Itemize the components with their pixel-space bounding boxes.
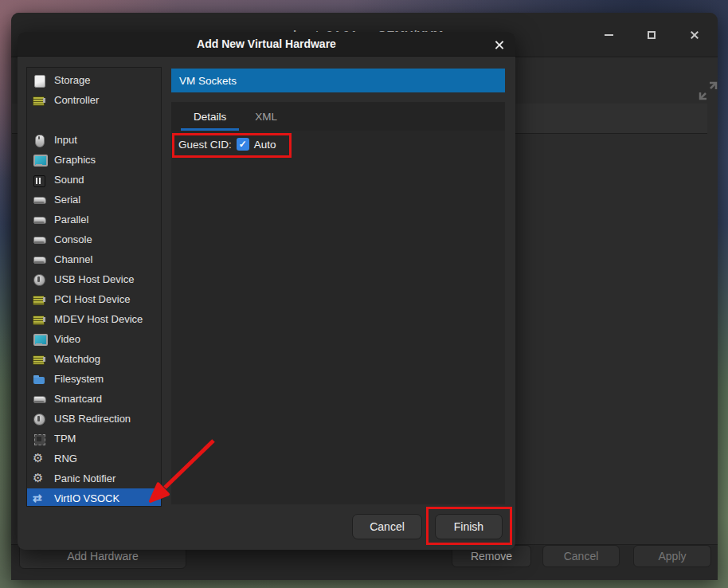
- hardware-type-list: StorageControllerInputGraphicsSoundSeria…: [26, 67, 162, 507]
- usb-icon: [33, 273, 45, 286]
- gear-icon: [33, 453, 45, 465]
- sidebar-item-rng[interactable]: RNG: [27, 449, 161, 468]
- sidebar-item-label: Storage: [54, 74, 91, 86]
- tab-details[interactable]: Details: [179, 102, 241, 131]
- chip-icon: [33, 433, 45, 445]
- sidebar-item-tpm[interactable]: TPM: [27, 429, 161, 449]
- gear-icon: [33, 472, 45, 485]
- sidebar-item-console[interactable]: Console: [27, 229, 161, 249]
- sidebar-item-sound[interactable]: Sound: [27, 170, 161, 190]
- sidebar-item-label: TPM: [54, 433, 76, 445]
- sidebar-item-label: Controller: [54, 94, 99, 106]
- sidebar-item-label: VirtIO VSOCK: [54, 492, 119, 504]
- dialog-title: Add New Virtual Hardware: [197, 37, 336, 50]
- port-icon: [33, 393, 45, 406]
- sidebar-item-label: Channel: [54, 253, 92, 265]
- disk-icon: [33, 74, 45, 87]
- auto-checkbox[interactable]: [237, 138, 249, 151]
- monitor-icon: [33, 154, 45, 167]
- panel-header-label: VM Sockets: [179, 75, 237, 87]
- sidebar-item-label: Console: [54, 233, 92, 245]
- tab-xml[interactable]: XML: [241, 102, 292, 131]
- dialog-titlebar[interactable]: Add New Virtual Hardware: [18, 32, 515, 57]
- usb-icon: [33, 413, 45, 425]
- card-icon: [33, 353, 45, 366]
- guest-cid-label: Guest CID:: [178, 139, 232, 151]
- sidebar-item-label: MDEV Host Device: [54, 313, 143, 325]
- card-icon: [33, 313, 45, 326]
- monitor-icon: [33, 333, 45, 346]
- sidebar-spacer-row: [27, 110, 161, 130]
- sidebar-item-label: Smartcard: [54, 393, 102, 405]
- sidebar-item-channel[interactable]: Channel: [27, 249, 161, 269]
- sidebar-item-storage[interactable]: Storage: [27, 70, 161, 90]
- sidebar-item-graphics[interactable]: Graphics: [27, 150, 161, 170]
- sidebar-item-label: Graphics: [54, 154, 96, 166]
- sidebar-item-panic-notifier[interactable]: Panic Notifier: [27, 468, 161, 488]
- panel-header: VM Sockets: [171, 69, 505, 92]
- cancel-button[interactable]: Cancel: [352, 514, 422, 539]
- window-controls: [601, 13, 702, 57]
- minimize-icon: [605, 34, 613, 36]
- sidebar-item-smartcard[interactable]: Smartcard: [27, 389, 161, 409]
- sidebar-item-label: Video: [54, 333, 80, 345]
- sidebar-item-mdev-host-device[interactable]: MDEV Host Device: [27, 309, 161, 329]
- sidebar-item-virtio-vsock[interactable]: VirtIO VSOCK: [27, 488, 161, 507]
- sidebar-item-usb-redirection[interactable]: USB Redirection: [27, 409, 161, 429]
- tab-bar: Details XML: [171, 102, 505, 131]
- card-icon: [33, 94, 45, 107]
- maximize-icon: [648, 31, 656, 39]
- sidebar-item-input[interactable]: Input: [27, 130, 161, 150]
- sidebar-item-label: Serial: [54, 194, 80, 206]
- close-button[interactable]: [687, 28, 702, 42]
- port-icon: [33, 253, 45, 266]
- sidebar-item-label: Input: [54, 134, 77, 146]
- maximize-button[interactable]: [644, 28, 659, 42]
- sidebar-item-controller[interactable]: Controller: [27, 90, 161, 110]
- card-icon: [33, 293, 45, 306]
- auto-checkbox-label: Auto: [254, 139, 276, 151]
- vm-cancel-button: Cancel: [542, 545, 620, 567]
- minimize-button[interactable]: [601, 28, 616, 42]
- sidebar-item-label: Parallel: [54, 214, 88, 225]
- sidebar-item-usb-host-device[interactable]: USB Host Device: [27, 269, 161, 289]
- sidebar-item-label: Watchdog: [54, 353, 100, 365]
- panel-content: Guest CID: Auto: [171, 131, 505, 504]
- sidebar-item-parallel[interactable]: Parallel: [27, 210, 161, 229]
- port-icon: [33, 194, 45, 206]
- close-icon: [690, 30, 699, 40]
- vm-apply-button: Apply: [633, 545, 711, 567]
- port-icon: [33, 233, 45, 246]
- finish-button[interactable]: Finish: [435, 514, 503, 539]
- sidebar-item-label: RNG: [54, 453, 77, 465]
- sidebar-item-video[interactable]: Video: [27, 329, 161, 349]
- sidebar-item-label: USB Redirection: [54, 413, 131, 425]
- sidebar-item-pci-host-device[interactable]: PCI Host Device: [27, 289, 161, 309]
- folder-icon: [33, 373, 45, 386]
- sidebar-item-label: Sound: [54, 174, 84, 186]
- sidebar-item-watchdog[interactable]: Watchdog: [27, 349, 161, 369]
- close-icon: [495, 40, 504, 49]
- sidebar-item-label: Panic Notifier: [54, 472, 115, 484]
- sidebar-item-filesystem[interactable]: Filesystem: [27, 369, 161, 389]
- guest-cid-row: Guest CID: Auto: [178, 138, 276, 151]
- mouse-icon: [33, 134, 45, 147]
- sidebar-item-label: USB Host Device: [54, 273, 134, 285]
- add-hardware-dialog: Add New Virtual Hardware StorageControll…: [18, 32, 515, 550]
- sidebar-item-serial[interactable]: Serial: [27, 190, 161, 210]
- port-icon: [33, 214, 45, 226]
- sidebar-item-label: PCI Host Device: [54, 293, 130, 305]
- arrows-icon: [33, 492, 45, 505]
- dialog-close-button[interactable]: [490, 35, 509, 54]
- speaker-icon: [33, 174, 45, 186]
- fullscreen-expand-icon[interactable]: [695, 78, 722, 104]
- sidebar-item-label: Filesystem: [54, 373, 104, 385]
